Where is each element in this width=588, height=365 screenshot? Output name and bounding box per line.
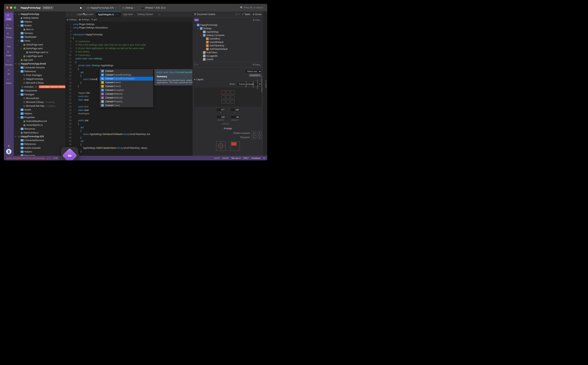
user-avatar[interactable]: 👤 <box>6 149 11 154</box>
branch-selector[interactable]: master ▾ <box>42 6 54 9</box>
activity-profile[interactable]: ◔Profile <box>5 50 13 58</box>
outline-item[interactable]: P IsLoggedIn <box>193 54 263 58</box>
tree-item[interactable]: ◆Getting Started <box>14 16 65 20</box>
activity-test[interactable]: ✓Test <box>5 41 13 49</box>
side-tab[interactable]: ⊡ Tasks <box>245 80 247 89</box>
breadcrumb-item[interactable]: ▣ Settings <box>79 18 89 21</box>
origin-y-input[interactable] <box>230 108 240 112</box>
height-input[interactable] <box>230 115 240 119</box>
activity-git[interactable]: ⎇Git <box>5 68 13 76</box>
tree-item[interactable]: ▦AssemblyInfo.cs <box>14 123 65 127</box>
layout-section[interactable]: ▾ Layout <box>194 77 262 82</box>
outline-item[interactable]: vB Setting Constants <box>193 34 263 37</box>
error-count[interactable]: ⊘ 2 <box>47 157 50 159</box>
tree-item[interactable]: Services <box>14 31 65 35</box>
build-config[interactable]: ▭ Debug › <box>120 6 137 10</box>
tree-item[interactable]: Helpers <box>14 112 65 115</box>
feedback-link[interactable]: Feedback <box>252 157 261 159</box>
layout-grid[interactable] <box>194 87 262 106</box>
tree-item[interactable]: Helpers <box>14 20 65 24</box>
tree-item[interactable]: Helpers <box>14 150 65 154</box>
run-button[interactable]: ▶ <box>80 6 82 9</box>
close-window[interactable] <box>6 7 8 9</box>
minimize-window[interactable] <box>10 7 12 9</box>
autocomplete-popup[interactable]: CConsoleCConsoleCancelEventArgsCConsoleC… <box>100 69 153 107</box>
tree-item[interactable]: ▦ItemsPage.xaml.cs <box>14 50 65 54</box>
event-chip[interactable]: uchInside × <box>249 74 262 77</box>
tree-item[interactable]: Components <box>14 89 65 93</box>
tree-item[interactable]: ⊡Microsoft.Net.Http⟳ installing <box>14 104 65 108</box>
tree-item[interactable]: ▾Views <box>14 39 65 43</box>
side-tab[interactable]: ⊡ Unit Tests <box>256 78 259 91</box>
errors-tab[interactable]: ⊘ Errors <box>252 13 262 16</box>
fill-h-icon[interactable]: ▭ <box>252 135 256 139</box>
sort-alpha-button[interactable]: a.z <box>194 19 199 21</box>
outline-item[interactable]: P UserId <box>193 58 263 61</box>
outline-filter[interactable]: ⦿ Filter... <box>252 19 262 21</box>
tree-item[interactable]: ⊡Microsoft.Bcl <box>14 96 65 100</box>
editor-tab[interactable]: AppDelegate.cs ○ × <box>96 12 121 17</box>
tree-item[interactable]: ▾Models <box>14 24 65 28</box>
tree-item[interactable]: ⊡Microsoft.CSharp <box>14 81 65 85</box>
editor-tab[interactable]: LoginPage.xaml <box>75 12 96 17</box>
outline-item[interactable]: C AuthTokenDefault <box>193 47 263 51</box>
notification-icon[interactable]: ⊙ <box>263 157 265 159</box>
autocomplete-item[interactable]: CConsoleCancelEventHandler <box>100 77 153 81</box>
activity-design[interactable]: ◺Design <box>5 22 13 30</box>
nav-back[interactable]: ‹ <box>67 13 69 16</box>
tree-item[interactable]: ▾▭HappyFormsApp.iOS <box>14 135 65 138</box>
side-tab[interactable]: ⊡ Errors <box>252 80 255 89</box>
side-tab[interactable]: ⊡ Toolbox <box>265 79 267 90</box>
side-tab[interactable]: ⊡ Document Outline <box>260 75 263 94</box>
tree-item[interactable]: ViewModels <box>14 35 65 39</box>
tree-item[interactable]: ▦AboutPage.xaml <box>14 43 65 47</box>
tree-item[interactable]: References <box>14 142 65 146</box>
pos-v-icon[interactable]: ▯ <box>258 131 262 135</box>
tree-item[interactable]: ▾▦ItemsPage.xaml <box>14 47 65 50</box>
code-editor[interactable]: 1234567891011121314151617181920212223242… <box>65 22 192 156</box>
fill-v-icon[interactable]: ▯ <box>258 135 262 139</box>
tree-item[interactable]: ▦AndroidManifest.xml <box>14 119 65 123</box>
outline-item[interactable]: P AppSettings <box>193 30 263 34</box>
autocomplete-item[interactable]: MConsoleMethod1 <box>100 92 153 96</box>
editor-tab[interactable]: Getting Started <box>135 12 155 17</box>
tree-item[interactable]: ⊡HappyFormsApp <box>14 77 65 81</box>
property-select[interactable]: Select one <box>245 70 262 73</box>
autocomplete-item[interactable]: EConsoleEvent1 <box>100 81 153 84</box>
pad-dock-icon[interactable]: ☐ × <box>235 13 239 16</box>
pos-h-icon[interactable]: ▭ <box>252 131 256 135</box>
props-filter[interactable]: ⦿ Filter... <box>252 63 262 66</box>
dock-app-icon[interactable]: ∞ <box>61 147 78 160</box>
tree-item[interactable]: ▾References <box>14 70 65 73</box>
tree-item[interactable]: ▦Item.cs <box>14 28 65 31</box>
tree-item[interactable]: Connected Services <box>14 66 65 70</box>
autocomplete-item[interactable]: EConsoleEvent2 <box>100 84 153 88</box>
warning-count[interactable]: ⚠ 64 <box>53 157 58 159</box>
outline-item[interactable]: vB Settings <box>193 27 263 30</box>
tree-item[interactable]: ⊡monodoc⊘Load failed: unknown reference <box>14 85 65 89</box>
props-dock-icon[interactable]: ☐ × <box>194 63 198 66</box>
search-hint[interactable]: 🔍 Press ⌘. to search... <box>240 6 265 9</box>
tab-dropdown-icon[interactable]: ◇ <box>158 13 160 16</box>
tree-item[interactable]: Assets.xcassets <box>14 146 65 150</box>
editor-tab[interactable]: App.xaml <box>121 12 135 17</box>
tree-item[interactable]: ⊡From Packages <box>14 73 65 77</box>
tree-item[interactable]: Resources <box>14 127 65 131</box>
width-input[interactable] <box>216 115 226 119</box>
autocomplete-item[interactable]: PConsoleProperty <box>100 100 153 104</box>
activity-debug[interactable]: ⚙Debug <box>5 31 13 39</box>
tasks-tab[interactable]: ✓ Tasks <box>242 13 251 16</box>
outline-item[interactable]: vB HappyFormsApp <box>193 23 263 27</box>
activity-services[interactable]: ⚛Services <box>5 59 13 67</box>
line-ending[interactable]: CRLF <box>243 157 249 159</box>
doc-outline-tab[interactable]: ☰ Document Outline <box>194 13 215 16</box>
outline-item[interactable]: C AuthTokenKey <box>193 44 263 47</box>
tree-item[interactable]: ▦App.xaml <box>14 58 65 62</box>
tree-item[interactable]: ▾▭HappyFormsApp <box>14 12 65 16</box>
autocomplete-item[interactable]: MConsoleMethod2 <box>100 96 153 100</box>
tree-item[interactable]: ▾▭HappyFormsApp.Droid <box>14 62 65 66</box>
activity-code[interactable]: { }Code <box>5 13 13 21</box>
autocomplete-item[interactable]: CConsoleCancelEventArgs <box>100 73 153 77</box>
startup-project[interactable]: ▭ HappyFormsApp.iOS › <box>84 6 117 10</box>
breadcrumb-item[interactable]: M get <box>91 18 97 21</box>
